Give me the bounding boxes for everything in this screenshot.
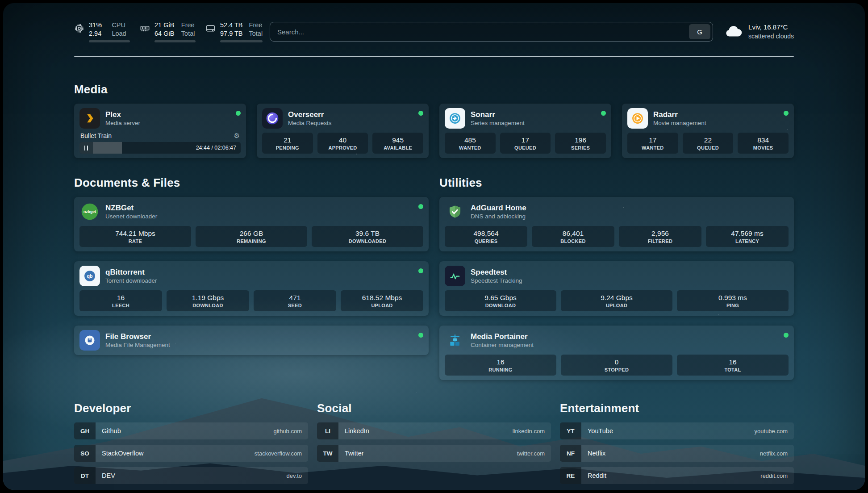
adguard-icon: [445, 201, 465, 222]
service-card-adguard[interactable]: AdGuard Home DNS and adblocking 498,564 …: [439, 197, 794, 251]
pause-icon: [84, 146, 88, 150]
service-card-nzbget[interactable]: nzbget NZBGet Usenet downloader 744.21 M…: [74, 197, 429, 251]
memory-widget: 21 GiB Free 64 GiB Total: [140, 21, 196, 42]
service-card-plex[interactable]: Plex Media server Bullet Train ⚙: [74, 104, 246, 158]
service-card-overseerr[interactable]: Overseerr Media Requests 21 PENDING 40 A…: [257, 104, 429, 158]
service-subtitle: Series management: [471, 119, 596, 127]
stat-box: 47.569 ms LATENCY: [706, 226, 789, 247]
service-subtitle: Speedtest Tracking: [471, 277, 789, 284]
gear-icon[interactable]: ⚙: [234, 132, 240, 140]
status-dot: [418, 204, 423, 209]
service-name: File Browser: [105, 332, 413, 341]
disk-progress-bar: [220, 40, 263, 42]
bookmark-name: Netflix: [588, 450, 760, 457]
service-card-qbittorrent[interactable]: qb qBittorrent Torrent downloader 16 LEE…: [74, 261, 429, 316]
stat-box: 2,956 FILTERED: [619, 226, 701, 247]
social-group-title: Social: [317, 401, 551, 415]
service-subtitle: Media server: [105, 119, 230, 127]
bookmark-url: netflix.com: [760, 450, 788, 457]
memory-icon: [140, 23, 150, 35]
service-subtitle: Container management: [471, 341, 778, 349]
memory-total-label: Total: [181, 29, 196, 38]
status-dot: [418, 333, 423, 338]
bookmark-abbr: GH: [74, 422, 96, 439]
stat-box: 17 WANTED: [627, 133, 678, 154]
weather-widget[interactable]: Lviv, 16.87°C scattered clouds: [713, 23, 794, 41]
service-name: Overseerr: [288, 110, 413, 119]
service-subtitle: Usenet downloader: [105, 213, 413, 220]
bookmark-url: twitter.com: [517, 450, 545, 457]
bookmark-abbr: NF: [560, 445, 581, 462]
bookmark-netflix[interactable]: NF Netflix netflix.com: [560, 445, 794, 462]
topbar-divider: [74, 56, 794, 57]
search-bar[interactable]: G: [270, 22, 713, 42]
resource-widgets: 31% CPU 2.94 Load 21: [74, 21, 270, 42]
status-dot: [784, 333, 789, 338]
stat-box: 16 LEECH: [79, 290, 162, 311]
weather-text: Lviv, 16.87°C scattered clouds: [748, 23, 794, 41]
bookmark-url: stackoverflow.com: [255, 450, 302, 457]
media-cards: Plex Media server Bullet Train ⚙: [74, 104, 794, 158]
bookmark-abbr: TW: [317, 445, 338, 462]
service-name: Speedtest: [471, 267, 789, 277]
cpu-widget: 31% CPU 2.94 Load: [74, 21, 130, 42]
bookmark-url: github.com: [273, 428, 302, 435]
bookmark-twitter[interactable]: TW Twitter twitter.com: [317, 445, 551, 462]
stat-box: 40 APPROVED: [317, 133, 368, 154]
service-card-filebrowser[interactable]: File Browser Media File Management: [74, 326, 429, 355]
bookmark-group-social: Social LI LinkedIn linkedin.com TW Twitt…: [317, 401, 551, 484]
svg-text:qb: qb: [87, 273, 93, 279]
playback-progress-bar[interactable]: 24:44 / 02:06:47: [93, 142, 241, 154]
playback-time: 24:44 / 02:06:47: [196, 145, 236, 151]
service-name: NZBGet: [105, 203, 413, 213]
service-subtitle: Movie management: [653, 119, 778, 127]
bookmark-url: dev.to: [287, 472, 302, 479]
bookmark-github[interactable]: GH Github github.com: [74, 422, 308, 439]
bookmark-stackoverflow[interactable]: SO StackOverflow stackoverflow.com: [74, 445, 308, 462]
memory-total: 64 GiB: [154, 29, 175, 38]
utilities-section-title: Utilities: [439, 176, 794, 190]
speedtest-icon: [445, 266, 465, 286]
radarr-icon: [627, 108, 648, 129]
service-subtitle: DNS and adblocking: [471, 213, 789, 220]
qbittorrent-icon: qb: [79, 266, 100, 286]
stat-box: 196 SERIES: [555, 133, 606, 154]
service-card-speedtest[interactable]: Speedtest Speedtest Tracking 9.65 Gbps D…: [439, 261, 794, 316]
bookmark-name: YouTube: [588, 427, 755, 435]
bookmark-reddit[interactable]: RE Reddit reddit.com: [560, 467, 794, 484]
service-card-portainer[interactable]: Media Portainer Container management 16 …: [439, 326, 794, 380]
topbar: 31% CPU 2.94 Load 21: [74, 20, 794, 43]
service-card-sonarr[interactable]: Sonarr Series management 485 WANTED 17 Q…: [439, 104, 611, 158]
memory-progress-bar: [154, 40, 196, 42]
pause-button[interactable]: [79, 142, 93, 154]
bookmark-name: DEV: [102, 472, 287, 479]
memory-readout: 21 GiB Free 64 GiB Total: [154, 21, 196, 42]
cpu-load: 2.94: [89, 29, 105, 38]
service-card-radarr[interactable]: Radarr Movie management 17 WANTED 22 QUE…: [622, 104, 794, 158]
bookmark-youtube[interactable]: YT YouTube youtube.com: [560, 422, 794, 439]
developer-group-title: Developer: [74, 401, 308, 415]
disk-readout: 52.4 TB Free 97.9 TB Total: [220, 21, 263, 42]
bookmark-linkedin[interactable]: LI LinkedIn linkedin.com: [317, 422, 551, 439]
status-dot: [236, 111, 241, 116]
overseerr-icon: [262, 108, 283, 129]
cpu-progress-bar: [89, 40, 130, 42]
service-name: AdGuard Home: [471, 203, 789, 213]
search-provider-button[interactable]: G: [689, 24, 710, 39]
service-subtitle: Media Requests: [288, 119, 413, 127]
weather-condition: scattered clouds: [748, 32, 794, 41]
search-input[interactable]: [277, 28, 689, 36]
service-subtitle: Media File Management: [105, 341, 413, 349]
stat-box: 471 SEED: [254, 290, 336, 311]
documents-section-title: Documents & Files: [74, 176, 429, 190]
bookmark-abbr: YT: [560, 422, 581, 439]
stat-box: 0 STOPPED: [561, 355, 672, 376]
cpu-icon: [74, 23, 84, 35]
nzbget-icon: nzbget: [79, 201, 100, 222]
now-playing-title: Bullet Train: [80, 132, 234, 139]
stat-box: 9.65 Gbps DOWNLOAD: [445, 290, 556, 311]
bookmark-dev[interactable]: DT DEV dev.to: [74, 467, 308, 484]
utilities-column: Utilities AdGuard Home: [439, 176, 794, 380]
status-dot: [418, 268, 423, 273]
dashboard-screen: 31% CPU 2.94 Load 21: [3, 3, 865, 490]
